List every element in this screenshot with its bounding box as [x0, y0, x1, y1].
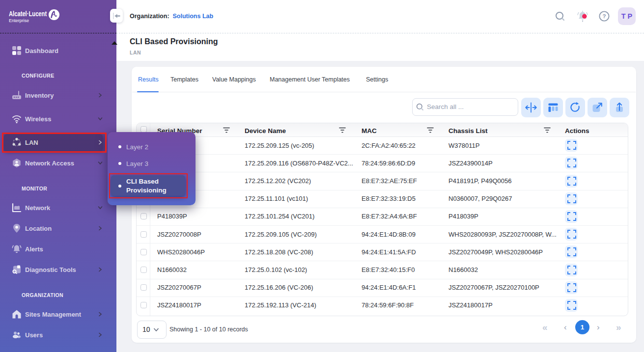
svg-text:?: ?: [602, 13, 606, 19]
